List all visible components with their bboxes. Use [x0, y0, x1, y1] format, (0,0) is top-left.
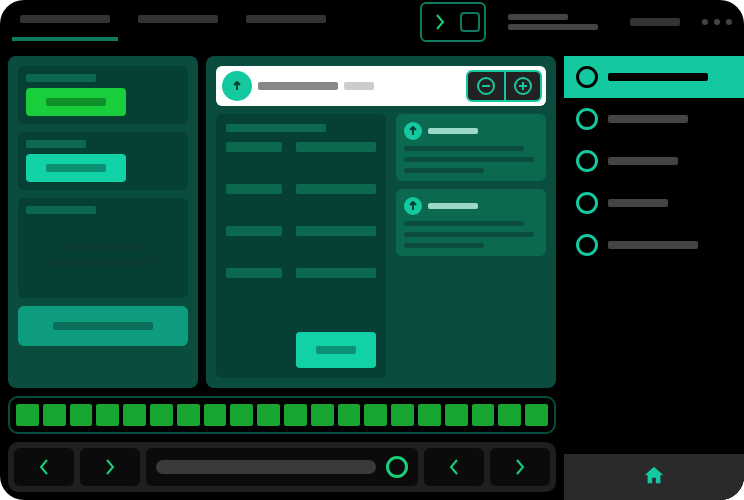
app-frame [0, 0, 744, 500]
progress-segment [311, 404, 334, 426]
progress-segment [150, 404, 173, 426]
card-line [404, 232, 534, 237]
context-label [508, 14, 598, 30]
record-icon[interactable] [386, 456, 408, 478]
progress-segment [364, 404, 387, 426]
arrow-up-icon [404, 122, 422, 140]
progress-segment [338, 404, 361, 426]
grid-action-button[interactable] [296, 332, 376, 368]
card-line [404, 157, 534, 162]
left-panel [8, 56, 198, 388]
grid-cell [226, 184, 282, 194]
progress-segment [391, 404, 414, 426]
control-bar [8, 442, 556, 492]
sidebar-item-label [608, 73, 708, 81]
section-header [26, 74, 96, 82]
card-line [404, 221, 524, 226]
tab-label [138, 15, 218, 23]
cards-column [396, 114, 546, 378]
search-row [216, 66, 546, 106]
minus-circle-icon [477, 77, 495, 95]
card-title [428, 128, 478, 134]
card-line [404, 168, 484, 173]
main-panel [206, 56, 556, 388]
skip-forward-button[interactable] [80, 448, 140, 486]
progress-segment [123, 404, 146, 426]
secondary-action-button[interactable] [26, 154, 126, 182]
progress-segment [498, 404, 521, 426]
progress-bar[interactable] [8, 396, 556, 434]
grid-cell [296, 184, 376, 194]
progress-segment [204, 404, 227, 426]
grid-header [226, 124, 326, 132]
tab-3[interactable] [238, 3, 334, 41]
upload-icon[interactable] [222, 71, 252, 101]
sidebar-item-3[interactable] [564, 182, 744, 224]
grid-cell [296, 226, 376, 236]
skip-back-button[interactable] [14, 448, 74, 486]
progress-segment [418, 404, 441, 426]
sidebar-item-2[interactable] [564, 140, 744, 182]
sidebar-item-label [608, 241, 698, 249]
grid-cell [296, 142, 376, 152]
grid-cell [296, 268, 376, 278]
primary-action-button[interactable] [26, 88, 126, 116]
card-title [428, 203, 478, 209]
scrubber[interactable] [156, 460, 376, 474]
zoom-in-button[interactable] [504, 72, 540, 100]
home-button[interactable] [564, 454, 744, 500]
cta-button[interactable] [18, 306, 188, 346]
transport-center [146, 448, 418, 486]
radio-ring-icon [576, 192, 598, 214]
radio-ring-icon [576, 234, 598, 256]
search-input[interactable] [258, 82, 460, 90]
progress-segment [96, 404, 119, 426]
zoom-group [466, 70, 542, 102]
progress-segment [257, 404, 280, 426]
expand-handle[interactable] [460, 12, 480, 32]
tab-label [246, 15, 326, 23]
zoom-out-button[interactable] [468, 72, 504, 100]
progress-segment [230, 404, 253, 426]
expand-toggle[interactable] [420, 2, 486, 42]
card-line [404, 146, 524, 151]
progress-segment [525, 404, 548, 426]
topbar [0, 0, 744, 44]
sidebar-item-label [608, 157, 678, 165]
sidebar-item-4[interactable] [564, 224, 744, 266]
info-card[interactable] [396, 114, 546, 181]
card-line [404, 243, 484, 248]
arrow-up-icon [404, 197, 422, 215]
grid-cell [226, 142, 282, 152]
progress-segment [177, 404, 200, 426]
home-icon [643, 464, 665, 490]
overflow-menu[interactable] [702, 19, 732, 25]
data-grid [216, 114, 386, 378]
tab-1[interactable] [12, 3, 118, 41]
section-1 [18, 66, 188, 124]
progress-segment [70, 404, 93, 426]
section-2 [18, 132, 188, 190]
next-button[interactable] [490, 448, 550, 486]
prev-button[interactable] [424, 448, 484, 486]
grid-cell [226, 226, 282, 236]
chevron-right-icon [426, 8, 454, 36]
grid-cell [226, 268, 282, 278]
tab-label [20, 15, 110, 23]
sidebar-item-label [608, 115, 688, 123]
info-line [63, 243, 143, 251]
section-3 [18, 198, 188, 298]
radio-ring-icon [576, 66, 598, 88]
progress-segment [445, 404, 468, 426]
progress-segment [284, 404, 307, 426]
sidebar-item-1[interactable] [564, 98, 744, 140]
section-header [26, 206, 96, 214]
status-label [630, 18, 680, 26]
info-card[interactable] [396, 189, 546, 256]
radio-ring-icon [576, 108, 598, 130]
tab-2[interactable] [130, 3, 226, 41]
sidebar-item-0[interactable] [564, 56, 744, 98]
progress-segment [16, 404, 39, 426]
plus-circle-icon [514, 77, 532, 95]
progress-segment [43, 404, 66, 426]
